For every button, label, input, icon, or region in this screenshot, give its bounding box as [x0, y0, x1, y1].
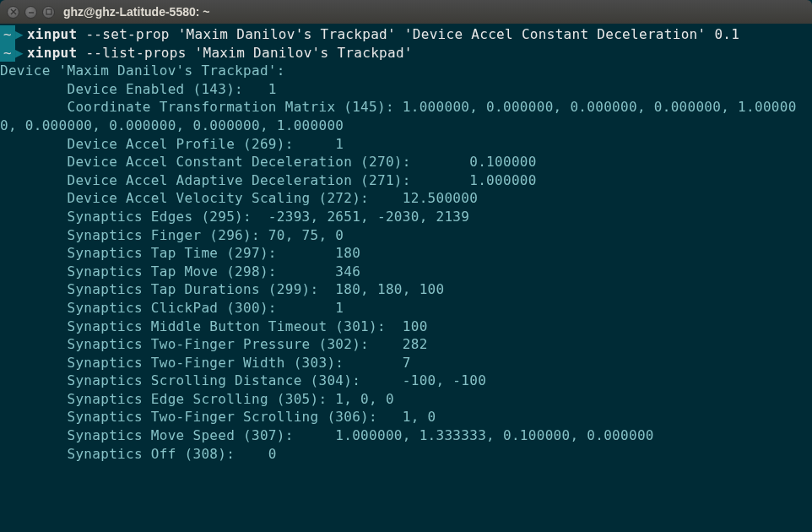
- output-line: Synaptics Edges (295): -2393, 2651, -203…: [0, 208, 812, 226]
- command-1-name: xinput: [27, 26, 78, 42]
- output-line: Synaptics Edge Scrolling (305): 1, 0, 0: [0, 390, 812, 409]
- prompt-arrow-icon: ▶: [15, 25, 24, 44]
- output-line: Synaptics Tap Time (297): 180: [0, 244, 812, 263]
- prompt-line-1: ~▶xinput --set-prop 'Maxim Danilov's Tra…: [0, 25, 812, 44]
- output-line: Synaptics Middle Button Timeout (301): 1…: [0, 318, 812, 336]
- output-line: Device Accel Constant Deceleration (270)…: [0, 153, 812, 171]
- output-line: Synaptics Tap Move (298): 346: [0, 263, 812, 281]
- prompt-cwd: ~: [0, 44, 15, 62]
- output-line: Device Enabled (143): 1: [0, 80, 812, 99]
- output-line: Synaptics Scrolling Distance (304): -100…: [0, 372, 812, 390]
- output-line: Synaptics Move Speed (307): 1.000000, 1.…: [0, 426, 812, 445]
- output-device-header: Device 'Maxim Danilov's Trackpad':: [0, 62, 812, 80]
- output-line: Synaptics Two-Finger Scrolling (306): 1,…: [0, 408, 812, 426]
- close-icon[interactable]: [7, 6, 19, 19]
- output-line: Device Accel Profile (269): 1: [0, 135, 812, 154]
- output-line: Synaptics Off (308): 0: [0, 445, 812, 464]
- output-line: Coordinate Transformation Matrix (145): …: [0, 98, 812, 134]
- output-line: Synaptics Two-Finger Width (303): 7: [0, 354, 812, 372]
- prompt-cwd: ~: [0, 25, 15, 44]
- window-controls: [7, 6, 55, 19]
- window-title: ghz@ghz-Latitude-5580: ~: [63, 5, 210, 19]
- output-line: Device Accel Adaptive Deceleration (271)…: [0, 171, 812, 190]
- prompt-line-2: ~▶xinput --list-props 'Maxim Danilov's T…: [0, 44, 812, 62]
- command-2-name: xinput: [27, 45, 78, 61]
- command-2-args: --list-props 'Maxim Danilov's Trackpad': [77, 45, 412, 61]
- maximize-icon[interactable]: [42, 6, 55, 19]
- command-1-args: --set-prop 'Maxim Danilov's Trackpad' 'D…: [77, 26, 739, 42]
- output-line: Synaptics Finger (296): 70, 75, 0: [0, 226, 812, 245]
- prompt-arrow-icon: ▶: [15, 44, 24, 62]
- output-line: Device Accel Velocity Scaling (272): 12.…: [0, 189, 812, 208]
- svg-rect-3: [46, 9, 51, 14]
- terminal-area[interactable]: ~▶xinput --set-prop 'Maxim Danilov's Tra…: [0, 24, 812, 532]
- output-line: Synaptics ClickPad (300): 1: [0, 299, 812, 318]
- minimize-icon[interactable]: [24, 6, 37, 19]
- window-titlebar: ghz@ghz-Latitude-5580: ~: [0, 0, 812, 24]
- output-line: Synaptics Tap Durations (299): 180, 180,…: [0, 280, 812, 299]
- output-line: Synaptics Two-Finger Pressure (302): 282: [0, 335, 812, 354]
